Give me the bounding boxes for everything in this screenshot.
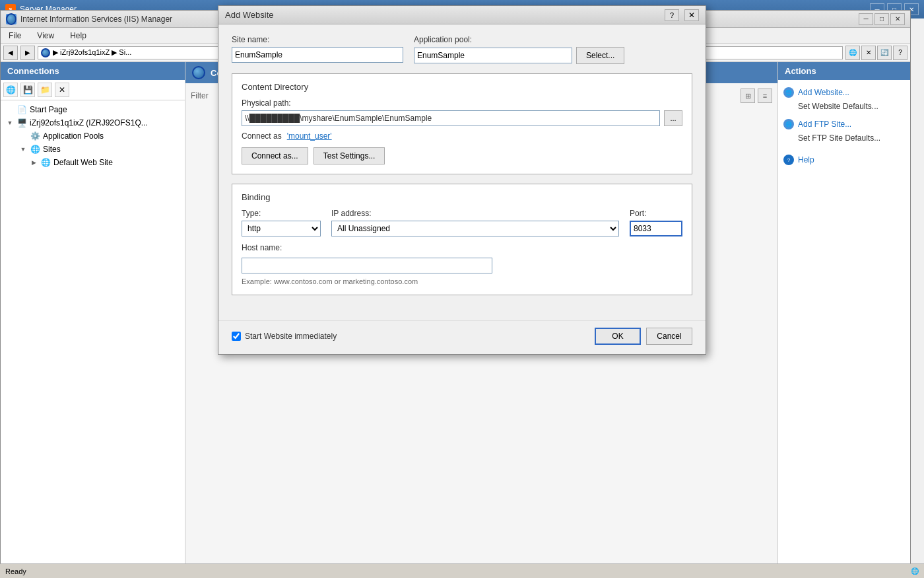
type-select[interactable]: http https (242, 221, 321, 236)
port-label: Port: (630, 209, 682, 218)
site-name-group: Site name: (232, 35, 403, 63)
ok-button[interactable]: OK (595, 328, 641, 345)
example-text: Example: www.contoso.com or marketing.co… (242, 277, 682, 285)
site-name-input[interactable] (232, 47, 403, 63)
app-pool-row: Select... (414, 47, 624, 64)
host-name-input[interactable] (242, 258, 492, 273)
type-label: Type: (242, 209, 321, 218)
site-name-label: Site name: (232, 35, 403, 44)
connect-as-button[interactable]: Connect as... (242, 147, 308, 164)
dialog-title: Add Website (225, 10, 659, 20)
app-pool-input[interactable] (414, 48, 572, 63)
ip-address-group: IP address: All Unassigned (331, 209, 619, 236)
host-name-group: Host name: (242, 243, 682, 273)
dialog-close-button[interactable]: ✕ (684, 9, 699, 21)
dialog-content: Site name: Application pool: Select... C… (218, 24, 706, 315)
physical-path-label: Physical path: (242, 98, 682, 108)
port-input[interactable] (630, 221, 682, 236)
start-website-checkbox[interactable] (232, 332, 241, 341)
connect-as-label: Connect as (242, 131, 282, 141)
port-group: Port: (630, 209, 682, 236)
start-website-label: Start Website immediately (245, 332, 337, 341)
binding-row: Type: http https IP address: All Unassig… (242, 209, 682, 236)
dialog-footer: Start Website immediately OK Cancel (218, 320, 706, 354)
connection-buttons-row: Connect as... Test Settings... (242, 147, 682, 164)
type-group: Type: http https (242, 209, 321, 236)
dialog-overlay: Add Website ? ✕ Site name: Application p… (0, 0, 924, 578)
dialog-footer-buttons: OK Cancel (595, 328, 692, 345)
content-directory-title: Content Directory (242, 82, 682, 92)
browse-button[interactable]: ... (664, 110, 682, 126)
binding-section: Binding Type: http https IP address: (232, 184, 692, 295)
select-app-pool-button[interactable]: Select... (576, 47, 624, 64)
site-name-app-pool-row: Site name: Application pool: Select... (232, 35, 692, 64)
physical-path-group: Physical path: ... (242, 98, 682, 126)
physical-path-row: ... (242, 110, 682, 126)
test-settings-button[interactable]: Test Settings... (314, 147, 385, 164)
ip-address-label: IP address: (331, 209, 619, 218)
ip-address-select[interactable]: All Unassigned (331, 221, 619, 236)
connect-as-row: Connect as 'mount_user' (242, 131, 682, 141)
host-name-label: Host name: (242, 243, 682, 252)
app-pool-label: Application pool: (414, 35, 624, 44)
physical-path-input[interactable] (242, 110, 660, 126)
content-directory-section: Content Directory Physical path: ... Con… (232, 73, 692, 174)
cancel-button[interactable]: Cancel (646, 328, 692, 345)
binding-title: Binding (242, 192, 682, 202)
connect-as-user[interactable]: 'mount_user' (287, 131, 332, 141)
start-website-checkbox-row: Start Website immediately (232, 332, 337, 341)
dialog-help-button[interactable]: ? (665, 9, 679, 21)
app-pool-group: Application pool: Select... (414, 35, 624, 64)
add-website-dialog: Add Website ? ✕ Site name: Application p… (218, 5, 706, 355)
dialog-titlebar: Add Website ? ✕ (218, 6, 706, 24)
